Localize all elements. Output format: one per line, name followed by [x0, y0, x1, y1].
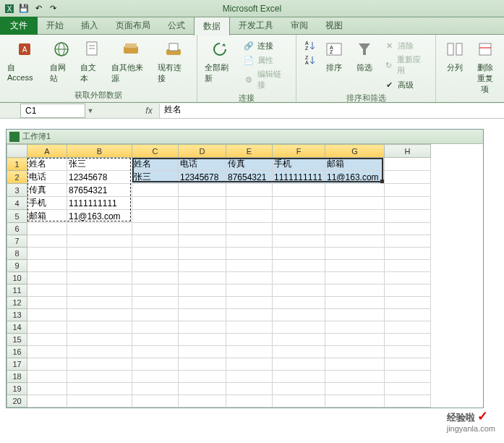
tab-review[interactable]: 审阅: [282, 17, 317, 35]
cell-C20[interactable]: [132, 395, 179, 408]
cell-B16[interactable]: [67, 346, 132, 358]
cell-B8[interactable]: [67, 248, 132, 260]
cell-H14[interactable]: [385, 321, 431, 334]
cell-F2[interactable]: 1111111111: [273, 171, 325, 184]
cell-H4[interactable]: [385, 197, 431, 210]
cell-H1[interactable]: [385, 158, 431, 171]
cell-H13[interactable]: [385, 309, 431, 321]
save-icon[interactable]: 💾: [17, 2, 30, 15]
cell-H18[interactable]: [385, 371, 431, 383]
cell-H12[interactable]: [385, 297, 431, 309]
cell-F19[interactable]: [273, 383, 325, 395]
cell-A9[interactable]: [27, 260, 67, 272]
clear-button[interactable]: ✕清除: [380, 39, 431, 52]
cell-C1[interactable]: 姓名: [132, 158, 179, 171]
cell-D14[interactable]: [179, 321, 226, 334]
row-header-9[interactable]: 9: [7, 260, 27, 272]
cell-F15[interactable]: [273, 334, 325, 346]
row-header-15[interactable]: 15: [7, 334, 27, 346]
cell-E16[interactable]: [226, 346, 273, 358]
cell-G3[interactable]: [325, 184, 385, 197]
cell-D6[interactable]: [179, 223, 226, 235]
fx-icon[interactable]: fx: [139, 106, 159, 116]
row-header-8[interactable]: 8: [7, 248, 27, 260]
cell-D9[interactable]: [179, 260, 226, 272]
cell-G17[interactable]: [325, 358, 385, 371]
cell-C10[interactable]: [132, 272, 179, 284]
sort-button[interactable]: AZ排序: [320, 36, 349, 75]
cell-F7[interactable]: [273, 235, 325, 248]
cell-E8[interactable]: [226, 248, 273, 260]
cell-H16[interactable]: [385, 346, 431, 358]
cell-G12[interactable]: [325, 297, 385, 309]
cell-E5[interactable]: [226, 210, 273, 223]
cell-B14[interactable]: [67, 321, 132, 334]
cell-D4[interactable]: [179, 197, 226, 210]
tab-developer[interactable]: 开发工具: [230, 17, 282, 35]
name-box-dropdown-icon[interactable]: ▼: [85, 107, 95, 114]
cell-C4[interactable]: [132, 197, 179, 210]
row-header-14[interactable]: 14: [7, 321, 27, 334]
cell-H10[interactable]: [385, 272, 431, 284]
row-header-3[interactable]: 3: [7, 184, 27, 197]
cell-F9[interactable]: [273, 260, 325, 272]
col-header-H[interactable]: H: [385, 145, 431, 158]
tab-insert[interactable]: 插入: [72, 17, 107, 35]
cell-E19[interactable]: [226, 383, 273, 395]
cell-E18[interactable]: [226, 371, 273, 383]
cell-H7[interactable]: [385, 235, 431, 248]
cell-H15[interactable]: [385, 334, 431, 346]
row-header-6[interactable]: 6: [7, 223, 27, 235]
cell-F18[interactable]: [273, 371, 325, 383]
cell-A17[interactable]: [27, 358, 67, 371]
cell-A5[interactable]: 邮箱: [27, 210, 67, 223]
cell-C8[interactable]: [132, 248, 179, 260]
col-header-C[interactable]: C: [132, 145, 179, 158]
cell-C6[interactable]: [132, 223, 179, 235]
cell-C18[interactable]: [132, 371, 179, 383]
cell-D1[interactable]: 电话: [179, 158, 226, 171]
tab-formulas[interactable]: 公式: [159, 17, 194, 35]
from-web-button[interactable]: 自网站: [47, 36, 77, 85]
sort-asc-button[interactable]: AZ: [301, 39, 318, 52]
cell-C15[interactable]: [132, 334, 179, 346]
cell-B6[interactable]: [67, 223, 132, 235]
cell-D7[interactable]: [179, 235, 226, 248]
cell-H17[interactable]: [385, 358, 431, 371]
cell-B7[interactable]: [67, 235, 132, 248]
formula-input[interactable]: 姓名: [159, 104, 504, 118]
cell-A15[interactable]: [27, 334, 67, 346]
cell-B1[interactable]: 张三: [67, 158, 132, 171]
cell-H11[interactable]: [385, 284, 431, 297]
cell-D15[interactable]: [179, 334, 226, 346]
row-header-11[interactable]: 11: [7, 284, 27, 297]
advanced-button[interactable]: ✔高级: [380, 78, 431, 91]
cell-F12[interactable]: [273, 297, 325, 309]
cell-E1[interactable]: 传真: [226, 158, 273, 171]
cell-D10[interactable]: [179, 272, 226, 284]
cell-C19[interactable]: [132, 383, 179, 395]
cell-B4[interactable]: 1111111111: [67, 197, 132, 210]
connections-button[interactable]: 🔗连接: [240, 39, 291, 52]
cell-B9[interactable]: [67, 260, 132, 272]
row-header-1[interactable]: 1: [7, 158, 27, 171]
cell-G15[interactable]: [325, 334, 385, 346]
row-header-5[interactable]: 5: [7, 210, 27, 223]
cell-A19[interactable]: [27, 383, 67, 395]
properties-button[interactable]: 📄属性: [240, 54, 291, 67]
col-header-A[interactable]: A: [27, 145, 67, 158]
sort-desc-button[interactable]: ZA: [301, 54, 318, 67]
cell-A10[interactable]: [27, 272, 67, 284]
remove-dup-button[interactable]: 删除 重复项: [471, 36, 500, 96]
cell-C17[interactable]: [132, 358, 179, 371]
cell-C5[interactable]: [132, 210, 179, 223]
row-header-19[interactable]: 19: [7, 383, 27, 395]
tab-home[interactable]: 开始: [38, 17, 72, 35]
cell-A3[interactable]: 传真: [27, 184, 67, 197]
cell-H6[interactable]: [385, 223, 431, 235]
edit-links-button[interactable]: ⚙编辑链接: [240, 68, 291, 91]
cell-E11[interactable]: [226, 284, 273, 297]
cell-D20[interactable]: [179, 395, 226, 408]
cell-B18[interactable]: [67, 371, 132, 383]
col-header-D[interactable]: D: [179, 145, 226, 158]
